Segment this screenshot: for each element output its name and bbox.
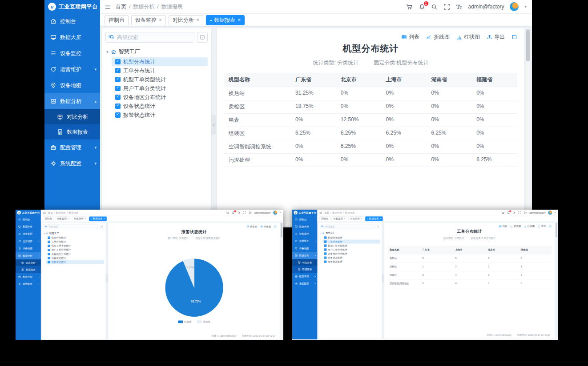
edit-button[interactable] [375, 224, 380, 229]
font-size-icon[interactable] [524, 211, 527, 214]
tree-item[interactable]: 机型分布统计 [112, 57, 208, 66]
sidebar-item[interactable]: 数据大屏 [292, 223, 318, 230]
tab[interactable]: 控制台 [105, 15, 129, 25]
checkbox-checked-icon[interactable] [115, 103, 121, 109]
checkbox-checked-icon[interactable] [115, 86, 121, 91]
avatar[interactable] [548, 211, 552, 215]
tab[interactable]: 对比分析 × [348, 216, 364, 221]
sidebar-item[interactable]: 数据大屏 [16, 223, 41, 230]
sidebar-item[interactable]: 控制台 [292, 216, 318, 223]
sidebar-item[interactable]: 配置管理 ▾ [292, 273, 318, 280]
tree-item[interactable]: 工单分布统计 [322, 239, 380, 243]
toolbar-button[interactable]: 饼状图 [246, 225, 257, 228]
toolbar-button[interactable]: 环形图 [260, 225, 271, 228]
tab[interactable]: 对比分析 × [72, 216, 88, 221]
tab[interactable]: 对比分析 × [169, 15, 203, 25]
tree-item[interactable]: 用户工单分类统计 [322, 247, 380, 251]
sidebar-item[interactable]: 对比分析 [44, 109, 100, 124]
tab[interactable]: 控制台 [319, 216, 330, 221]
username[interactable]: admin@factory [529, 211, 546, 214]
tree-item[interactable]: 设备状态统计 [46, 256, 104, 260]
toolbar-button[interactable]: 折线图 [510, 225, 521, 228]
checkbox-checked-icon[interactable] [324, 236, 326, 239]
sidebar-item[interactable]: 设备地图 [292, 245, 318, 252]
sidebar-item[interactable]: 对比分析 [16, 259, 41, 266]
caret-down-icon[interactable]: ▾ [524, 4, 527, 9]
tab[interactable]: 控制台 [43, 216, 54, 221]
checkbox-checked-icon[interactable] [324, 248, 326, 251]
font-size-icon[interactable] [456, 4, 463, 10]
tab[interactable]: ● 数据报表 × [89, 216, 107, 221]
tree-item[interactable]: 机型工单类型统计 [112, 75, 208, 84]
toolbar-button[interactable]: 柱状图 [456, 33, 480, 41]
tab-close-icon[interactable]: × [85, 217, 86, 220]
username[interactable]: admin@factory [254, 211, 271, 214]
fullscreen-icon[interactable] [243, 211, 246, 214]
bell-icon[interactable]: 1 [507, 211, 510, 214]
sidebar-item[interactable]: 数据大屏 [44, 29, 100, 45]
sidebar-item[interactable]: 配置管理 ▾ [44, 139, 100, 155]
checkbox-checked-icon[interactable] [324, 252, 326, 255]
edit-button[interactable] [197, 32, 208, 43]
sidebar-item[interactable]: 系统配置 ▾ [16, 280, 41, 287]
caret-down-icon[interactable]: ▾ [44, 232, 44, 235]
sidebar-item[interactable]: 配置管理 ▾ [16, 273, 41, 280]
toolbar-button[interactable] [549, 225, 552, 228]
tree-item[interactable]: 工单分布统计 [46, 240, 104, 244]
sidebar-item[interactable]: 设备地图 [44, 77, 100, 93]
collapse-panel-handle[interactable]: ‹ [382, 274, 384, 282]
tree-item[interactable]: 机型分布统计 [46, 236, 104, 240]
scrollbar[interactable] [556, 223, 558, 338]
sidebar-item[interactable]: 设备监控 [44, 45, 100, 61]
scrollbar-thumb[interactable] [526, 29, 530, 61]
tree-item[interactable]: 报警状态统计 [112, 111, 208, 119]
tree-root[interactable]: ▾ 智慧工厂 [44, 231, 104, 235]
sidebar-item[interactable]: 系统配置 ▾ [44, 155, 100, 171]
tab[interactable]: 设备监控 × [131, 15, 166, 25]
sidebar-item[interactable]: 设备监控 [292, 230, 318, 237]
toolbar-button[interactable]: 列表 [401, 33, 419, 41]
bell-icon[interactable]: 1 [419, 4, 425, 10]
caret-down-icon[interactable]: ▾ [280, 212, 281, 214]
sidebar-item[interactable]: 系统配置 ▾ [292, 280, 318, 287]
checkbox-checked-icon[interactable] [324, 256, 326, 259]
avatar[interactable] [510, 2, 519, 11]
caret-down-icon[interactable]: ▾ [106, 50, 109, 54]
tab-close-icon[interactable]: × [238, 17, 241, 23]
hamburger-menu-icon[interactable] [43, 211, 46, 214]
sidebar-item[interactable]: 数据分析 ▴ [16, 252, 41, 259]
toolbar-button[interactable]: 列表 [499, 225, 507, 228]
sidebar-item[interactable]: 数据报表 [44, 124, 100, 139]
checkbox-checked-icon[interactable] [48, 245, 50, 247]
tree-root[interactable]: ▾ 智慧工厂 [106, 48, 208, 56]
search-icon[interactable] [512, 211, 516, 214]
bell-icon[interactable]: 1 [232, 211, 235, 214]
tree-item[interactable]: 设备状态统计 [112, 102, 208, 111]
scrollbar-thumb[interactable] [281, 223, 282, 238]
collapse-panel-handle[interactable]: ‹ [106, 274, 108, 283]
tab-close-icon[interactable]: × [361, 217, 362, 220]
checkbox-checked-icon[interactable] [115, 59, 121, 64]
tab-close-icon[interactable]: × [196, 17, 199, 23]
scrollbar-thumb[interactable] [556, 223, 557, 238]
toolbar-button[interactable] [274, 225, 277, 228]
sidebar-item[interactable]: 运营维护 ▾ [44, 61, 100, 77]
sidebar-item[interactable]: 运营维护 ▾ [16, 238, 41, 245]
sidebar-item[interactable]: 控制台 [44, 13, 100, 29]
checkbox-checked-icon[interactable] [48, 257, 50, 259]
tree-item[interactable]: 报警状态统计 [46, 260, 104, 264]
fullscreen-icon[interactable] [443, 4, 450, 10]
scrollbar[interactable] [281, 223, 283, 339]
tab-close-icon[interactable]: × [379, 217, 381, 220]
logo[interactable]: u 工业互联网平台 [16, 210, 41, 216]
collapse-panel-handle[interactable]: ‹ [211, 115, 216, 135]
tree-item[interactable]: 机型分布统计 [322, 235, 380, 239]
tree-item[interactable]: 用户工单分类统计 [46, 248, 104, 252]
tree-search-input[interactable] [105, 32, 194, 43]
cart-icon[interactable] [501, 211, 504, 214]
logo[interactable]: u 工业互联网平台 [44, 0, 100, 13]
search-icon[interactable] [431, 4, 438, 10]
sidebar-item[interactable]: 设备监控 [16, 230, 41, 237]
tree-item[interactable]: 设备状态统计 [322, 256, 380, 260]
tree-search-input[interactable] [320, 224, 374, 229]
